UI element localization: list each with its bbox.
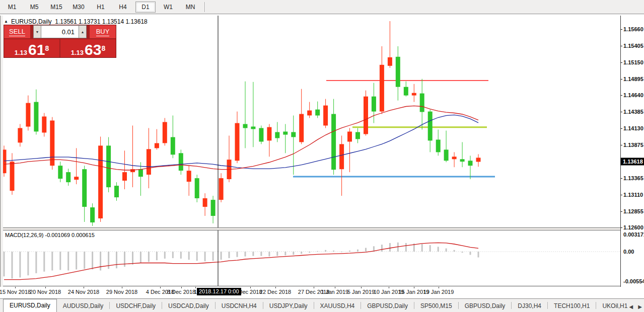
date-axis-label: 19 Jan 2019 [423,289,454,295]
chart-symbol-label: EURUSD,Daily [11,18,52,25]
tab-scroll-left-icon[interactable]: ◀ [629,304,633,309]
buy-price-big: 63 [85,43,101,56]
price-axis-label: 1.12855 [623,208,643,214]
cursor-date-tag: 2018.12.17 0:00 [197,288,241,295]
chart-tab-gbpusd[interactable]: GBPUSD,Daily [459,300,512,312]
price-axis-tick [621,46,622,46]
timeframe-button-m15[interactable]: M15 [47,2,66,12]
date-axis-tick [250,287,251,288]
sell-price-sup: 8 [45,45,49,52]
ma-slow-line [4,115,478,169]
date-axis-tick [439,287,439,288]
price-axis[interactable]: 1.156601.154051.151501.148951.146401.143… [620,16,644,287]
date-axis-label: Dec 2018 [238,289,262,295]
timeframe-button-m30[interactable]: M30 [69,2,88,12]
macd-indicator-label: MACD(12,26,9) -0.001069 0.000615 [5,232,95,238]
buy-price-sup: 8 [101,45,105,52]
date-axis-label: 24 Nov 2018 [68,289,99,295]
date-axis-tick [275,287,276,288]
date-axis-tick [335,287,335,288]
chart-tab-usdjpy[interactable]: USDJPY,Daily [263,300,314,312]
price-axis-tick [621,128,622,129]
price-axis-tick [621,227,622,228]
chart-tab-sp500[interactable]: SP500,M15 [414,300,458,312]
price-axis-label: 1.13365 [623,175,643,181]
price-axis-tick [621,178,622,179]
sell-price-big: 61 [28,43,45,56]
date-axis-tick [84,287,84,288]
macd-axis-label: 0.003171 [623,231,644,238]
chart-ohlc-values: 1.13561 1.13731 1.13514 1.13618 [55,18,148,25]
date-axis-label: 8 Dec 2018 [167,289,195,295]
chart-tab-dj30[interactable]: DJ30,H4 [512,300,547,312]
chart-tab-usdcnh[interactable]: USDCNH,H4 [216,300,263,312]
buy-price-prefix: 1.13 [71,49,84,56]
price-axis-tick [621,29,622,30]
timeframe-button-m5[interactable]: M5 [25,2,44,12]
collapse-panel-icon[interactable]: ▲ [4,19,8,24]
price-axis-tick [621,211,622,212]
timeframe-button-m1[interactable]: M1 [3,2,22,12]
volume-increase-icon[interactable]: ▲ [79,25,87,38]
price-axis-tick [621,79,622,80]
chart-tab-usdchf[interactable]: USDCHF,Daily [110,300,162,312]
price-axis-label: 1.15405 [623,43,643,49]
macd-axis-label: 0.00 [623,249,634,255]
date-axis-tick [122,287,122,288]
price-axis-tick [621,95,622,96]
price-axis-tick [621,62,622,63]
price-axis-label: 1.13875 [623,142,643,148]
mt4-window: M1M5M15M30H1H4D1W1MN ▲EURUSD,Daily 1.135… [0,0,644,312]
price-axis-tick [621,195,622,195]
sell-price-prefix: 1.13 [15,49,27,56]
tab-scroll-right-icon[interactable]: ▶ [638,304,642,309]
chart-tab-usdcad[interactable]: USDCAD,Daily [162,300,215,312]
timeframe-button-mn[interactable]: MN [181,2,200,12]
chart-tab-tech100[interactable]: TECH100,H1 [548,300,596,312]
ma-fast-line [4,106,478,170]
timeframe-button-h4[interactable]: H4 [113,2,132,12]
date-axis-tick [361,287,362,288]
sell-button[interactable]: SELL [4,25,30,38]
timeframe-button-d1[interactable]: D1 [135,2,156,13]
date-axis-label: 1 Jan 2019 [321,289,348,295]
date-axis-tick [181,287,182,288]
volume-stepper: ▼ 0.01 ▲ [33,25,87,38]
date-axis-label: 15 Nov 2018 [0,289,31,295]
macd-chart [3,230,620,286]
price-axis-label: 1.14130 [623,125,643,131]
date-axis-tick [195,287,196,288]
chart-title: ▲EURUSD,Daily 1.13561 1.13731 1.13514 1.… [4,18,148,25]
chart-tab-audusd[interactable]: AUDUSD,Daily [57,300,110,312]
tab-scroll-controls: ◀▶ [629,304,642,309]
volume-decrease-icon[interactable]: ▼ [33,25,41,38]
timeframe-button-w1[interactable]: W1 [159,2,178,12]
one-click-trading-panel: SELL ▼ 0.01 ▲ BUY 1.13 61 8 1.13 63 8 [4,25,116,57]
volume-input[interactable]: 0.01 [41,25,79,38]
candle-bodies [3,57,481,222]
date-axis-label: 20 Nov 2018 [30,289,61,295]
date-axis-tick [160,287,161,288]
price-axis-label: 1.15660 [623,26,643,32]
timeframe-button-h1[interactable]: H1 [91,2,110,12]
current-price-tag: 1.13618 [621,158,644,165]
date-axis-tick [45,287,46,288]
chart-tab-ukoil[interactable]: UKOil,H1 [596,300,633,312]
price-axis-tick [621,145,622,145]
date-axis-label: 29 Nov 2018 [106,289,137,295]
chart-tab-bar: EURUSD,DailyAUDUSD,DailyUSDCHF,DailyUSDC… [0,298,644,312]
macd-indicator-pane[interactable] [3,230,620,286]
date-axis-tick [314,287,314,288]
sell-price-box[interactable]: 1.13 61 8 [4,39,59,57]
buy-button[interactable]: BUY [90,25,116,38]
price-axis-label: 1.14385 [623,109,643,115]
toolbar-separator [204,2,205,12]
chart-tab-eurusd-active[interactable]: EURUSD,Daily [3,299,57,312]
macd-signal-line [4,243,478,279]
buy-price-box[interactable]: 1.13 63 8 [60,39,116,57]
price-axis-label: 1.12600 [623,224,643,230]
date-axis[interactable]: 15 Nov 201820 Nov 201824 Nov 201829 Nov … [0,287,644,298]
timeframe-toolbar: M1M5M15M30H1H4D1W1MN [0,0,644,14]
chart-tab-gbpusd[interactable]: GBPUSD,Daily [361,300,414,312]
chart-tab-xauusd[interactable]: XAUUSD,H4 [314,300,361,312]
